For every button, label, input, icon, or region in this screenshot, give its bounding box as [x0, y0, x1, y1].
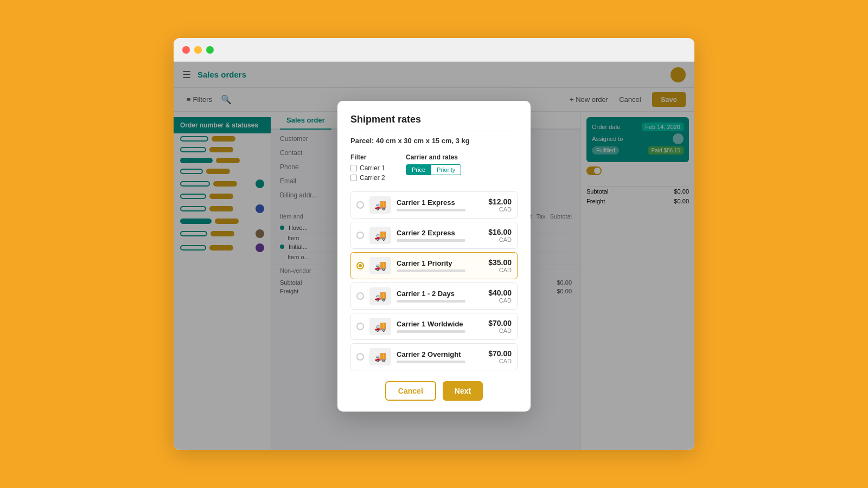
- modal-title: Shipment rates: [350, 114, 518, 125]
- rate-price-val-c2overnight: $70.00: [488, 349, 512, 358]
- rate-name-c2overnight: Carrier 2 Overnight: [397, 350, 483, 358]
- carrier-truck-icon: 🚚: [369, 287, 391, 305]
- carrier-and-rates-label: Carrier and rates: [406, 153, 518, 161]
- rate-details-c1worldwide: Carrier 1 Worldwide: [397, 320, 483, 333]
- max-btn[interactable]: [206, 46, 214, 54]
- rate-item-c1express[interactable]: 🚚 Carrier 1 Express $12.00 CAD: [350, 191, 518, 219]
- rate-price-c2overnight: $70.00 CAD: [488, 349, 512, 364]
- browser-chrome: [174, 38, 694, 62]
- price-tab[interactable]: Price: [406, 164, 431, 175]
- rate-bar-c2overnight: [397, 361, 465, 363]
- rate-details-c1priority: Carrier 1 Priority: [397, 259, 483, 272]
- modal-cancel-button[interactable]: Cancel: [385, 381, 436, 401]
- parcel-info: Parcel: 40 cm x 30 cm x 15 cm, 3 kg: [350, 137, 518, 145]
- rate-list: 🚚 Carrier 1 Express $12.00 CAD: [350, 191, 518, 370]
- rate-item-c2express[interactable]: 🚚 Carrier 2 Express $16.00 CAD: [350, 222, 518, 249]
- carrier-truck-icon: 🚚: [369, 318, 391, 335]
- app-area: ☰ Sales orders ≡ Filters 🔍 + New order C…: [174, 62, 694, 450]
- modal-overlay: Shipment rates Parcel: 40 cm x 30 cm x 1…: [174, 62, 694, 450]
- rate-bar-c2express: [397, 239, 465, 242]
- carrier-truck-icon: 🚚: [369, 227, 391, 244]
- rate-radio-c12days[interactable]: [356, 292, 364, 300]
- rate-radio-c1priority[interactable]: [356, 262, 364, 269]
- rate-price-c2express: $16.00 CAD: [488, 228, 512, 243]
- modal-divider: [350, 131, 518, 131]
- rate-bar-c1priority: [397, 269, 465, 272]
- rate-radio-c2overnight[interactable]: [356, 353, 364, 361]
- carrier-truck-icon: 🚚: [369, 257, 391, 274]
- rate-name-c12days: Carrier 1 - 2 Days: [397, 290, 483, 298]
- rate-name-c1express: Carrier 1 Express: [397, 198, 483, 207]
- carrier-truck-icon: 🚚: [369, 348, 391, 365]
- parcel-value: 40 cm x 30 cm x 15 cm, 3 kg: [376, 137, 470, 145]
- rate-price-val-c1express: $12.00: [488, 197, 512, 206]
- filter-column-label: Filter: [350, 153, 399, 161]
- rate-details-c2express: Carrier 2 Express: [397, 229, 483, 242]
- rate-price-val-c2express: $16.00: [488, 228, 512, 236]
- filter-checkbox-carrier2[interactable]: [350, 175, 357, 181]
- rate-item-c1worldwide[interactable]: 🚚 Carrier 1 Worldwide $70.00 CAD: [350, 313, 518, 340]
- close-btn[interactable]: [182, 46, 190, 54]
- parcel-label: Parcel:: [350, 137, 374, 145]
- rate-price-c1priority: $35.00 CAD: [488, 258, 512, 273]
- rate-bar-c1express: [397, 209, 465, 211]
- rate-price-c12days: $40.00 CAD: [488, 288, 512, 304]
- rate-item-c2overnight[interactable]: 🚚 Carrier 2 Overnight $70.00 CAD: [350, 343, 518, 370]
- rate-name-c2express: Carrier 2 Express: [397, 229, 483, 237]
- rate-currency-c1priority: CAD: [488, 267, 512, 273]
- rate-currency-c2overnight: CAD: [488, 358, 512, 364]
- rate-price-c1express: $12.00 CAD: [488, 197, 512, 213]
- filter-carrier2[interactable]: Carrier 2: [350, 174, 399, 182]
- priority-tab[interactable]: Priority: [431, 164, 461, 175]
- rate-radio-c1worldwide[interactable]: [356, 323, 364, 330]
- rate-price-val-c12days: $40.00: [488, 288, 512, 297]
- filter-carrier2-label: Carrier 2: [360, 174, 385, 182]
- rate-name-c1worldwide: Carrier 1 Worldwide: [397, 320, 483, 328]
- rate-price-c1worldwide: $70.00 CAD: [488, 319, 512, 334]
- rate-bar-c12days: [397, 300, 465, 303]
- min-btn[interactable]: [194, 46, 202, 54]
- rate-bar-c1worldwide: [397, 330, 465, 333]
- carrier-header-col: Carrier and rates Price Priority: [406, 153, 518, 175]
- modal-next-button[interactable]: Next: [443, 381, 483, 401]
- rate-currency-c1express: CAD: [488, 206, 512, 213]
- rate-price-val-c1worldwide: $70.00: [488, 319, 512, 328]
- rate-item-c12days[interactable]: 🚚 Carrier 1 - 2 Days $40.00 CAD: [350, 282, 518, 310]
- price-priority-tabs: Price Priority: [406, 164, 518, 175]
- rate-currency-c2express: CAD: [488, 236, 512, 243]
- browser-window: ☰ Sales orders ≡ Filters 🔍 + New order C…: [174, 38, 694, 450]
- filter-checkbox-carrier1[interactable]: [350, 165, 357, 171]
- rate-item-c1priority[interactable]: 🚚 Carrier 1 Priority $35.00 CAD: [350, 252, 518, 279]
- filter-carrier1[interactable]: Carrier 1: [350, 164, 399, 172]
- modal-footer: Cancel Next: [350, 381, 518, 401]
- filter-column: Filter Carrier 1 Carrier 2: [350, 153, 399, 184]
- rate-currency-c1worldwide: CAD: [488, 328, 512, 334]
- rate-currency-c12days: CAD: [488, 297, 512, 304]
- rate-radio-c2express[interactable]: [356, 232, 364, 239]
- rate-details-c1express: Carrier 1 Express: [397, 198, 483, 211]
- rate-name-c1priority: Carrier 1 Priority: [397, 259, 483, 267]
- rate-price-val-c1priority: $35.00: [488, 258, 512, 267]
- carrier-truck-icon: 🚚: [369, 196, 391, 214]
- filter-carrier1-label: Carrier 1: [360, 164, 385, 172]
- filter-header-row: Filter Carrier 1 Carrier 2 Carrier and r…: [350, 153, 518, 184]
- rate-details-c12days: Carrier 1 - 2 Days: [397, 290, 483, 303]
- rate-radio-c1express[interactable]: [356, 201, 364, 209]
- shipment-rates-modal: Shipment rates Parcel: 40 cm x 30 cm x 1…: [337, 101, 531, 412]
- rate-details-c2overnight: Carrier 2 Overnight: [397, 350, 483, 363]
